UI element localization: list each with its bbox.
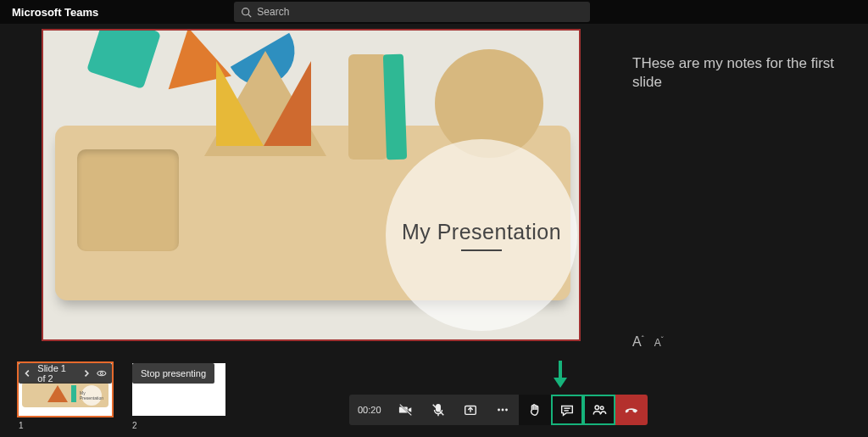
slide-title: My Presentation: [402, 220, 561, 244]
svg-point-2: [101, 373, 103, 375]
camera-off-icon: [398, 402, 414, 417]
hangup-icon: [624, 402, 639, 417]
participants-button[interactable]: [583, 395, 615, 425]
meeting-stage: My Presentation THese are my notes for t…: [0, 24, 868, 437]
annotation-arrow: [551, 359, 570, 391]
decrease-font-button[interactable]: Aˇ: [654, 335, 664, 349]
search-placeholder: Search: [257, 6, 289, 18]
mic-off-icon: [431, 402, 446, 417]
increase-font-button[interactable]: Aˆ: [632, 334, 644, 350]
chat-button[interactable]: [551, 395, 583, 425]
triangle-piece-orange: [264, 61, 311, 146]
hangup-button[interactable]: [615, 395, 648, 425]
thumbnail-2-index: 2: [132, 421, 225, 430]
slide-counter-label: Slide 1 of 2: [37, 363, 76, 384]
slide-counter-bar: Slide 1 of 2: [19, 363, 112, 384]
triangle-piece-yellow: [216, 61, 264, 146]
thumbnail-1-index: 1: [19, 421, 112, 430]
eye-icon[interactable]: [97, 367, 107, 379]
svg-point-13: [501, 409, 504, 412]
camera-button[interactable]: [390, 395, 422, 425]
square-slot: [77, 149, 179, 251]
svg-point-12: [498, 409, 500, 412]
rectangle-piece-teal: [383, 54, 407, 160]
search-input[interactable]: Search: [234, 2, 590, 22]
slide-thumbnails: Slide 1 of 2 My Presentation 1 Stop pres…: [19, 363, 225, 430]
svg-line-1: [248, 14, 251, 16]
top-bar: Microsoft Teams Search: [0, 0, 868, 24]
svg-point-14: [505, 409, 508, 412]
people-icon: [592, 402, 607, 417]
presented-slide: My Presentation: [42, 29, 581, 341]
thumb-rect: [71, 385, 76, 402]
thumbnail-1[interactable]: Slide 1 of 2 My Presentation: [19, 363, 112, 416]
thumb-title-circle: My Presentation: [81, 385, 102, 406]
thumbnail-2-wrap: Stop presenting 2: [132, 363, 225, 430]
app-title: Microsoft Teams: [12, 6, 98, 19]
rectangle-slot: [348, 54, 387, 160]
teal-block-shape: [86, 29, 161, 89]
share-button[interactable]: [454, 395, 487, 425]
search-icon: [241, 7, 252, 18]
ellipsis-icon: [495, 402, 510, 417]
thumbnail-2[interactable]: Stop presenting: [132, 363, 225, 416]
thumb-triangle: [47, 385, 68, 402]
font-size-controls: Aˆ Aˇ: [632, 334, 664, 350]
share-tray-icon: [463, 402, 478, 417]
prev-slide-icon[interactable]: [24, 369, 31, 378]
call-bar-segment-b: [519, 395, 615, 425]
raise-hand-button[interactable]: [519, 395, 551, 425]
chat-icon: [559, 402, 575, 417]
svg-point-18: [600, 406, 604, 410]
call-bar-segment-a: 00:20: [349, 395, 519, 425]
stop-presenting-button[interactable]: Stop presenting: [132, 363, 214, 384]
next-slide-icon[interactable]: [83, 369, 90, 378]
title-underline: [461, 249, 502, 251]
hangup-segment: [615, 395, 648, 425]
title-overlay: My Presentation: [386, 139, 577, 331]
more-button[interactable]: [487, 395, 519, 425]
svg-point-0: [242, 8, 249, 14]
mic-button[interactable]: [422, 395, 454, 425]
presenter-notes: THese are my notes for the first slide: [632, 54, 861, 92]
thumbnail-1-wrap: Slide 1 of 2 My Presentation 1: [19, 363, 112, 430]
svg-point-17: [595, 406, 599, 410]
call-timer: 00:20: [349, 405, 390, 415]
call-control-bar: 00:20: [349, 395, 648, 425]
svg-marker-4: [554, 378, 567, 388]
hand-icon: [527, 402, 542, 417]
